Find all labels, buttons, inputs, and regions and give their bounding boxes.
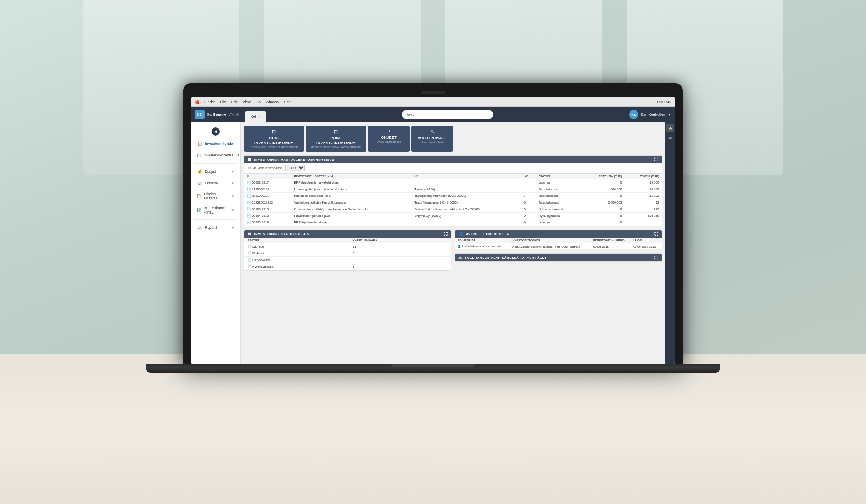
investointikohde-icon: 📋 [197, 141, 202, 146]
new-btn-sub: Perusta uusi investointi järjestelmään [250, 146, 298, 149]
new-investointikohde-button[interactable]: ⊞ UUSI INVESTOINTIKOHDE Perusta uusi inv… [244, 126, 304, 152]
table-row[interactable]: 📄 00004-2018 Päätoimisen peruskorjaus Yh… [244, 213, 662, 219]
sidebar-item-ennuste[interactable]: 📊 Ennuste ▼ [192, 178, 239, 189]
cell-toteuma: 800 000 [581, 186, 625, 193]
investoinnit-panel-header: ⊞ INVESTOINNIT VASTUULIIKETOIMINNASSANI … [244, 156, 662, 163]
status-header-icon: ⊞ [248, 232, 251, 236]
budjetti-arrow-icon: ▼ [231, 170, 234, 174]
cell-lo: O [521, 199, 536, 206]
cell-num: 📄 00005-2018 [244, 219, 292, 226]
mallipohjat-btn-sub: Avaa mallipohjat [422, 141, 443, 144]
table-surface [0, 354, 866, 504]
status-expand-icon[interactable]: ⛶ [444, 232, 448, 236]
sidebar-back-button[interactable]: ◀ [212, 127, 220, 136]
finder-menu-file[interactable]: File [220, 100, 226, 104]
status-cell-status: 📄 Hyväksymässä [244, 263, 349, 270]
cell-num: 📄 00003-2018 [244, 206, 292, 213]
raportit-arrow-icon: ▼ [231, 226, 234, 230]
table-row[interactable]: 📄 8201000103 Kalustoon sakaraisia junia … [244, 193, 662, 199]
cell-kp [412, 179, 521, 186]
laptop-screen-frame: 🍎 Finder File Edit View Go Window Help T… [183, 83, 683, 364]
status-panel-wrapper: ⊞ INVESTOINNIT STATUKSITTAIN ⛶ [244, 230, 451, 274]
valuuttakurssit-icon: 💱 [197, 207, 201, 213]
cell-status: Toteutuksessa [536, 199, 581, 206]
bottom-panels: ⊞ INVESTOINNIT STATUKSITTAIN ⛶ [244, 230, 662, 274]
status-panel-header: ⊞ INVESTOINNIT STATUKSITTAIN ⛶ [244, 230, 451, 238]
list-item[interactable]: 📄 Hyväksymässä 3 [244, 263, 451, 270]
sidebar-item-investointikokonaisuus[interactable]: 📋 Investointikokonaisuus [192, 150, 239, 161]
investoinnit-expand-icon[interactable]: ⛶ [654, 157, 659, 161]
list-item[interactable]: 📄 Luonnos 11 [244, 243, 451, 250]
status-panel: ⊞ INVESTOINNIT STATUKSITTAIN ⛶ [244, 230, 451, 271]
status-col-status: STATUS [244, 238, 349, 243]
ohjeet-button[interactable]: ? OHJEET Avaa käyttöohjeet [368, 126, 410, 152]
cell-lo: O [521, 206, 536, 213]
sidebar-item-budjetti[interactable]: 💰 Budjetti ▼ [192, 166, 239, 177]
cell-toteuma: 0 [581, 213, 625, 219]
list-item[interactable]: 📄 Ehdotus 0 [244, 250, 451, 257]
laptop-screen: 🍎 Finder File Edit View Go Window Help T… [191, 97, 675, 364]
status-cell-status: 📄 Luonnos [244, 243, 349, 250]
poimi-investointikohde-button[interactable]: ⊡ POIMI INVESTOINTIKOHDE Avaa olemassa o… [306, 126, 367, 152]
nav-tab-close[interactable]: ✕ [258, 115, 261, 119]
ohjeet-btn-title: OHJEET [381, 135, 397, 139]
search-input[interactable] [402, 110, 493, 119]
table-row[interactable]: 📄 102280012312 Vaihteiden uudistus Keski… [244, 199, 662, 206]
cell-name: Lipunmyyntijärjestelmän uudistaminen [292, 186, 412, 193]
toimenpide-header-icon: 👤 [458, 232, 463, 236]
eye-icon[interactable]: 👁 [666, 134, 674, 142]
sidebar-item-label: Budjetti [205, 169, 216, 174]
sidebar-item-label: Raportit [205, 226, 217, 230]
nav-tab-kot[interactable]: Kot ✕ [245, 111, 266, 122]
table-row[interactable]: 📄 00001-2017 ERPjärjestelmän jatkokehity… [244, 179, 662, 186]
cell-kp: Track Management Oy (40000) [412, 199, 521, 206]
sidebar-item-label: Toimien seuranta j... [204, 192, 229, 200]
cell-kp: Yhtymä Oy (10000) [412, 213, 521, 219]
finder-menu-finder[interactable]: Finder [204, 100, 215, 104]
mallipohjat-button[interactable]: ✎ MALLIPOHJAT Avaa mallipohjat [411, 126, 453, 152]
col-toteuma: TOTEUMA (EUR) [581, 174, 625, 179]
cell-name: ERPjärjestelmän jatkokehitykset [292, 179, 412, 186]
user-dropdown-icon[interactable]: ▼ [668, 113, 671, 117]
col-kp: KP [412, 174, 521, 179]
cell-status: Toteutuksessa [536, 193, 581, 199]
list-item[interactable]: 📄 Esitys valmis 0 [244, 257, 451, 263]
currency-select[interactable]: EUR [285, 165, 305, 171]
logo-name: Software [207, 112, 226, 117]
sidebar-item-valuuttakurssit[interactable]: 💱 Valuuttakurssit kons... ▼ [192, 204, 239, 217]
star-icon[interactable]: ★ [666, 124, 674, 132]
table-row[interactable]: 📄 00005-2018 ERPjärjestelmäuudistus O Lu… [244, 219, 662, 226]
finder-menu-view[interactable]: View [243, 100, 251, 104]
status-cell-count: 0 [349, 250, 451, 257]
valuuttakurssit-arrow-icon: ▼ [231, 209, 234, 212]
cell-num: 📄 1100000102 [244, 186, 292, 193]
sidebar-item-investointikohde[interactable]: 📋 Investointikohde [192, 138, 239, 149]
cell-lo [521, 179, 536, 186]
sidebar-item-label: Ennuste [205, 181, 218, 185]
toimenpide-expand-icon[interactable]: ⛶ [654, 232, 659, 236]
list-item[interactable]: 👤 Lisäselvitysymmö investoinnin Ohjausva… [455, 243, 662, 250]
table-row[interactable]: 📄 1100000102 Lipunmyyntijärjestelmän uud… [244, 186, 662, 193]
sidebar-item-raportit[interactable]: 📈 Raportit ▼ [192, 222, 239, 233]
sidebar-item-toimien-seuranta[interactable]: 📋 Toimien seuranta j... ▼ [192, 189, 239, 203]
table-row[interactable]: 📄 00003-2018 Ohjausvalojen sähköjen uudi… [244, 206, 662, 213]
currency-label: Kaikki konsernivaolutsa: [248, 166, 284, 170]
cell-name: Kalustoon sakaraisia junia [292, 193, 412, 199]
toleranssi-expand-icon[interactable]: ⛶ [654, 256, 659, 260]
laptop-base [146, 364, 720, 373]
laptop-wrapper: 🍎 Finder File Edit View Go Window Help T… [146, 83, 720, 373]
finder-menu-window[interactable]: Window [266, 100, 279, 104]
new-icon: ⊞ [272, 129, 276, 134]
finder-menu-help[interactable]: Help [284, 100, 292, 104]
sidebar-item-label: Investointikokonaisuus [204, 153, 239, 157]
cell-esitys [625, 219, 662, 226]
tp-col-investointikohde: INVESTOINTIKOHDE [509, 238, 591, 243]
finder-menu-edit[interactable]: Edit [231, 100, 238, 104]
tp-cell-toimenpide: 👤 Lisäselvitysymmö investoinnin [455, 243, 509, 250]
macos-bar: 🍎 Finder File Edit View Go Window Help T… [191, 97, 675, 107]
right-sidebar: ★ 👁 [665, 122, 675, 364]
mallipohjat-btn-title: MALLIPOHJAT [418, 136, 446, 140]
user-initials: KK [631, 113, 636, 117]
finder-menu-go[interactable]: Go [256, 100, 261, 104]
new-btn-title1: UUSI [269, 136, 279, 140]
